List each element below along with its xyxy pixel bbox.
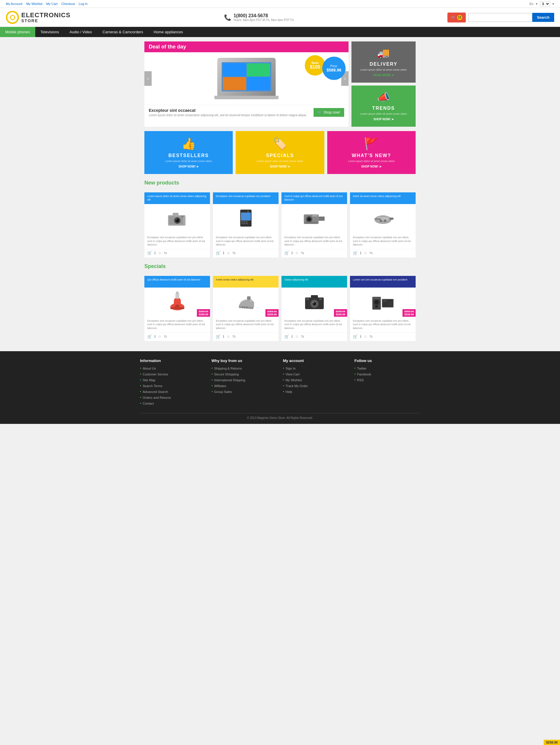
info-icon[interactable]: ℹ bbox=[360, 334, 361, 338]
info-icon[interactable]: ℹ bbox=[291, 251, 293, 255]
product-label: Excepteur sint occaecat cupidatat non pr… bbox=[213, 192, 279, 204]
twitter-link[interactable]: Twitter bbox=[357, 367, 366, 370]
tile-2 bbox=[247, 63, 270, 76]
group-sales-link[interactable]: Group Sales bbox=[214, 390, 232, 393]
specials-shop-link[interactable]: SHOP NOW! ➤ bbox=[240, 165, 320, 168]
list-item: Twitter bbox=[354, 366, 420, 370]
wishlist-icon[interactable]: ☆ bbox=[158, 251, 162, 255]
add-to-cart-icon[interactable]: 🛒 bbox=[353, 251, 358, 255]
svg-rect-37 bbox=[247, 296, 250, 300]
help-link[interactable]: Help bbox=[285, 390, 292, 393]
wishlist-icon[interactable]: ☆ bbox=[295, 251, 299, 255]
percent-icon: 🏷️ bbox=[240, 137, 320, 151]
my-wishlist-link[interactable]: My Wishlist bbox=[26, 2, 43, 5]
info-icon[interactable]: ℹ bbox=[154, 334, 156, 338]
wishlist-icon[interactable]: ☆ bbox=[364, 251, 367, 255]
my-account-link[interactable]: My Account bbox=[6, 2, 23, 5]
compare-icon[interactable]: ⇆ bbox=[164, 251, 167, 255]
compare-icon[interactable]: ⇆ bbox=[370, 334, 373, 338]
product-description: Excepteur sint occaecat cupidatat non pr… bbox=[350, 233, 416, 249]
rss-link[interactable]: RSS bbox=[357, 378, 364, 382]
shop-now-button[interactable]: 🛒 Shop now! bbox=[314, 108, 344, 117]
info-icon[interactable]: ℹ bbox=[223, 334, 224, 338]
info-icon[interactable]: ℹ bbox=[154, 251, 156, 255]
trends-shop-link[interactable]: SHOP NOW! ➤ bbox=[357, 118, 410, 121]
add-to-cart-icon[interactable]: 🛒 bbox=[147, 334, 152, 338]
info-icon[interactable]: ℹ bbox=[360, 251, 361, 255]
compare-icon[interactable]: ⇆ bbox=[164, 334, 167, 338]
track-order-link[interactable]: Track My Order bbox=[285, 384, 308, 388]
nav-cameras[interactable]: Cameras & Camcorders bbox=[97, 27, 148, 37]
wishlist-icon[interactable]: ☆ bbox=[295, 334, 299, 338]
advanced-search-link[interactable]: Advanced Search bbox=[143, 390, 168, 393]
whats-new-banner[interactable]: 🚩 WHAT'S NEW? Lorem ipsum dolor sit amet… bbox=[327, 131, 416, 174]
facebook-link[interactable]: Facebook bbox=[357, 372, 371, 376]
wishlist-icon[interactable]: ☆ bbox=[226, 334, 230, 338]
cart-button[interactable]: 🛒 13 bbox=[447, 12, 466, 23]
product-label: Lorem ipsum dolor sit amet conse ctetur … bbox=[144, 192, 210, 204]
product-card: Sunt in culpa qui officia deserunt molli… bbox=[281, 192, 347, 257]
nav-televisions[interactable]: Televisions bbox=[35, 27, 65, 37]
intl-shipping-link[interactable]: International Shipping bbox=[214, 378, 245, 382]
info-icon[interactable]: ℹ bbox=[291, 334, 293, 338]
compare-icon[interactable]: ⇆ bbox=[301, 251, 304, 255]
sign-in-link[interactable]: Sign In bbox=[285, 367, 295, 370]
search-input[interactable] bbox=[468, 13, 532, 22]
compare-icon[interactable]: ⇆ bbox=[301, 334, 304, 338]
list-item: Site Map bbox=[140, 378, 206, 382]
deal-prev-button[interactable]: ‹ bbox=[144, 71, 152, 86]
read-more-link[interactable]: READ MORE ➤ bbox=[357, 73, 410, 77]
add-to-cart-icon[interactable]: 🛒 bbox=[284, 334, 289, 338]
site-map-link[interactable]: Site Map bbox=[143, 378, 155, 382]
affiliates-link[interactable]: Affiliates bbox=[214, 384, 226, 388]
whats-new-desc: Lorem ipsum dolor sit amet conse ctetur bbox=[331, 160, 411, 163]
tile-3 bbox=[223, 77, 246, 90]
customer-service-link[interactable]: Customer Service bbox=[143, 372, 168, 376]
special-price: $358.96 $258.96 bbox=[403, 309, 416, 317]
add-to-cart-icon[interactable]: 🛒 bbox=[216, 251, 220, 255]
chevron-down-icon2: ▾ bbox=[552, 2, 554, 6]
specials-title: SPECIALS bbox=[240, 153, 320, 158]
shipping-returns-link[interactable]: Shipping & Returns bbox=[214, 367, 242, 370]
add-to-cart-icon[interactable]: 🛒 bbox=[353, 334, 358, 338]
compare-icon[interactable]: ⇆ bbox=[233, 251, 236, 255]
search-terms-link[interactable]: Search Terms bbox=[143, 384, 163, 388]
checkout-link[interactable]: Checkout bbox=[61, 2, 75, 5]
delivery-banner[interactable]: 🚚 DELIVERY Lorem ipsum dolor sit amet co… bbox=[351, 41, 416, 83]
special-label: Amet conse ctetur adipiscing elit bbox=[213, 276, 279, 288]
compare-icon[interactable]: ⇆ bbox=[233, 334, 236, 338]
about-us-link[interactable]: About Us bbox=[143, 367, 156, 370]
footer-my-account: My account Sign In View Cart My Wishlist… bbox=[283, 358, 349, 407]
my-cart-link[interactable]: My Cart bbox=[46, 2, 58, 5]
my-wishlist-footer-link[interactable]: My Wishlist bbox=[285, 378, 302, 382]
wishlist-icon[interactable]: ☆ bbox=[364, 334, 367, 338]
compare-icon[interactable]: ⇆ bbox=[370, 251, 373, 255]
svg-rect-18 bbox=[318, 217, 324, 221]
nav-mobile-phones[interactable]: Mobile phones bbox=[0, 27, 35, 37]
svg-rect-7 bbox=[181, 216, 183, 217]
trends-banner[interactable]: 📣 TRENDS Lorem ipsum dolor sit amet cons… bbox=[351, 86, 416, 127]
add-to-cart-icon[interactable]: 🛒 bbox=[216, 334, 220, 338]
secure-shopping-link[interactable]: Secure Shopping bbox=[214, 372, 239, 376]
info-icon[interactable]: ℹ bbox=[223, 251, 224, 255]
contact-link[interactable]: Contact bbox=[143, 402, 154, 405]
nav-home-appliances[interactable]: Home appliances bbox=[148, 27, 188, 37]
bestsellers-banner[interactable]: 👍 BESTSELLERS Lorem ipsum dolor sit amet… bbox=[144, 131, 233, 174]
bestsellers-shop-link[interactable]: SHOP NOW! ➤ bbox=[149, 165, 229, 168]
search-button[interactable]: Search bbox=[532, 13, 554, 22]
orders-returns-link[interactable]: Orders and Returns bbox=[143, 396, 171, 399]
specials-banner[interactable]: 🏷️ SPECIALS Lorem ipsum dolor sit amet c… bbox=[236, 131, 324, 174]
nav-audio-video[interactable]: Audio / Video bbox=[64, 27, 97, 37]
wishlist-icon[interactable]: ☆ bbox=[158, 334, 162, 338]
wishlist-icon[interactable]: ☆ bbox=[226, 251, 230, 255]
whats-new-shop-link[interactable]: SHOP NOW! ➤ bbox=[331, 165, 411, 168]
currency-select[interactable]: $ bbox=[540, 1, 550, 6]
svg-point-21 bbox=[308, 218, 310, 220]
special-card: Qui officia deserunt mollit anim id est … bbox=[144, 276, 210, 341]
add-to-cart-icon[interactable]: 🛒 bbox=[147, 251, 152, 255]
login-link[interactable]: Log In bbox=[79, 2, 88, 5]
view-cart-link[interactable]: View Cart bbox=[285, 372, 299, 376]
new-products-grid: Lorem ipsum dolor sit amet conse ctetur … bbox=[144, 192, 416, 257]
add-to-cart-icon[interactable]: 🛒 bbox=[284, 251, 289, 255]
product-label: Dolor sit amet conse ctetur adipiscing e… bbox=[350, 192, 416, 204]
